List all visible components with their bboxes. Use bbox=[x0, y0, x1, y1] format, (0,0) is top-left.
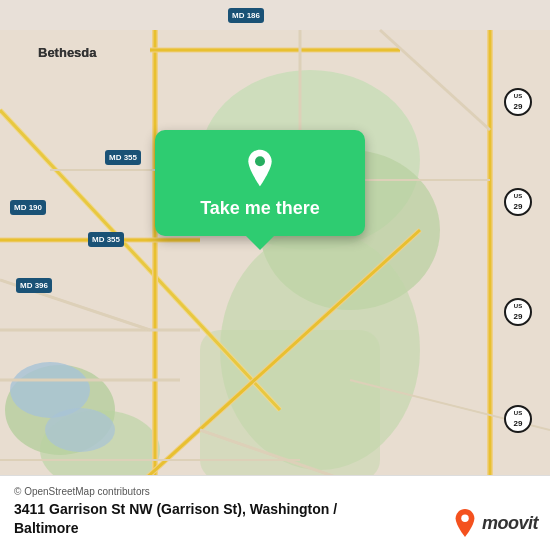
road-badge-md355b: MD 355 bbox=[88, 232, 124, 247]
road-badge-md186: MD 186 bbox=[228, 8, 264, 23]
road-badge-us29b: US29 bbox=[504, 188, 532, 216]
road-badge-us29a: US29 bbox=[504, 88, 532, 116]
road-badge-md355a: MD 355 bbox=[105, 150, 141, 165]
map-background bbox=[0, 0, 550, 550]
moovit-pin-icon bbox=[452, 508, 478, 538]
osm-credit: © OpenStreetMap contributors bbox=[14, 486, 536, 497]
road-badge-us29d: US29 bbox=[504, 405, 532, 433]
moovit-brand-text: moovit bbox=[482, 513, 538, 534]
road-badge-md190: MD 190 bbox=[10, 200, 46, 215]
road-badge-md396: MD 396 bbox=[16, 278, 52, 293]
address-line: 3411 Garrison St NW (Garrison St), Washi… bbox=[14, 500, 374, 538]
moovit-logo: moovit bbox=[452, 508, 538, 538]
svg-point-31 bbox=[255, 156, 265, 166]
location-pin-icon bbox=[240, 148, 280, 188]
take-me-there-button[interactable]: Take me there bbox=[155, 130, 365, 236]
svg-point-8 bbox=[45, 408, 115, 452]
road-badge-us29c: US29 bbox=[504, 298, 532, 326]
svg-point-32 bbox=[461, 515, 469, 523]
bottom-bar: © OpenStreetMap contributors 3411 Garris… bbox=[0, 475, 550, 550]
map-container: MD 186 Bethesda Bethesda MD 355 MD 355 M… bbox=[0, 0, 550, 550]
popup-label-text: Take me there bbox=[200, 198, 320, 220]
bethesda-label: Bethesda bbox=[38, 45, 97, 60]
